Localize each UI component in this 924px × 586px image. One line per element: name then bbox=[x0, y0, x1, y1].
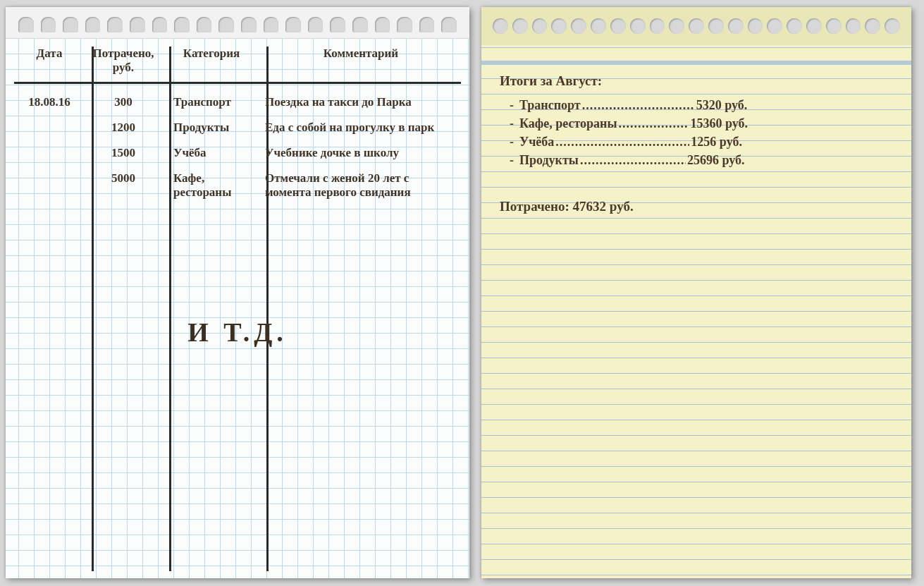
bullet-dash: - bbox=[510, 97, 519, 113]
cell-comment: Еда с собой на прогулку в парк bbox=[261, 121, 461, 135]
cell-comment: Поездка на такси до Парка bbox=[261, 95, 461, 109]
header-date: Дата bbox=[14, 47, 85, 75]
summary-value: 1256 руб. bbox=[691, 134, 742, 149]
cell-amount: 1500 bbox=[85, 146, 162, 160]
summary-label: Продукты bbox=[519, 152, 579, 168]
summary-value: 5320 руб. bbox=[696, 97, 748, 113]
table-row: 1200 Продукты Еда с собой на прогулку в … bbox=[14, 109, 461, 135]
cell-date bbox=[14, 121, 85, 135]
summary-row: - Транспорт ............................… bbox=[500, 94, 893, 113]
summary-row: - Продукты ............................ … bbox=[500, 149, 893, 168]
summary-row: - Учёба ................................… bbox=[500, 131, 893, 149]
summary-content: Итоги за Август: - Транспорт ...........… bbox=[500, 72, 893, 214]
spiral-holes bbox=[6, 17, 469, 32]
summary-sheet: Итоги за Август: - Транспорт ...........… bbox=[481, 7, 911, 578]
cell-category: Продукты bbox=[162, 121, 261, 135]
leader-dots: .................. bbox=[619, 116, 689, 131]
summary-row: - Кафе, рестораны .................. 153… bbox=[500, 113, 893, 131]
bullet-dash: - bbox=[510, 134, 519, 149]
table-row: 18.08.16 300 Транспорт Поездка на такси … bbox=[14, 84, 461, 109]
cell-amount: 1200 bbox=[85, 121, 162, 135]
cell-category: Кафе, рестораны bbox=[162, 171, 261, 200]
leader-dots: .............................. bbox=[582, 97, 695, 113]
header-category: Категория bbox=[162, 47, 261, 75]
summary-value: 25696 руб. bbox=[687, 152, 745, 168]
ledger-sheet: Дата Потрачено, руб. Категория Комментар… bbox=[6, 7, 469, 578]
table-row: 1500 Учёба Учебнике дочке в школу bbox=[14, 135, 461, 160]
summary-label: Транспорт bbox=[519, 97, 581, 113]
header-amount: Потрачено, руб. bbox=[85, 47, 162, 75]
spiral-holes bbox=[481, 18, 911, 35]
header-comment: Комментарий bbox=[261, 47, 461, 75]
cell-date bbox=[14, 171, 85, 200]
ledger-body: 18.08.16 300 Транспорт Поездка на такси … bbox=[14, 84, 461, 200]
summary-label: Учёба bbox=[519, 134, 554, 149]
etc-label: И Т.Д. bbox=[14, 317, 461, 348]
summary-label: Кафе, рестораны bbox=[519, 116, 617, 131]
bullet-dash: - bbox=[510, 116, 519, 131]
summary-title: Итоги за Август: bbox=[500, 72, 893, 94]
cell-date: 18.08.16 bbox=[14, 95, 85, 109]
bullet-dash: - bbox=[510, 152, 519, 168]
summary-total: Потрачено: 47632 руб. bbox=[500, 199, 893, 214]
cell-comment: Учебнике дочке в школу bbox=[261, 146, 461, 160]
cell-amount: 5000 bbox=[85, 171, 162, 200]
leader-dots: .................................... bbox=[555, 134, 689, 149]
summary-value: 15360 руб. bbox=[691, 116, 749, 131]
cell-comment: Отмечали с женой 20 лет с момента первог… bbox=[261, 171, 461, 200]
cell-amount: 300 bbox=[85, 95, 162, 109]
leader-dots: ............................ bbox=[580, 152, 686, 168]
table-row: 5000 Кафе, рестораны Отмечали с женой 20… bbox=[14, 160, 461, 200]
cell-category: Учёба bbox=[162, 146, 261, 160]
cell-category: Транспорт bbox=[162, 95, 261, 109]
ledger-table: Дата Потрачено, руб. Категория Комментар… bbox=[14, 47, 461, 200]
cell-date bbox=[14, 146, 85, 160]
ledger-header-row: Дата Потрачено, руб. Категория Комментар… bbox=[14, 47, 461, 84]
